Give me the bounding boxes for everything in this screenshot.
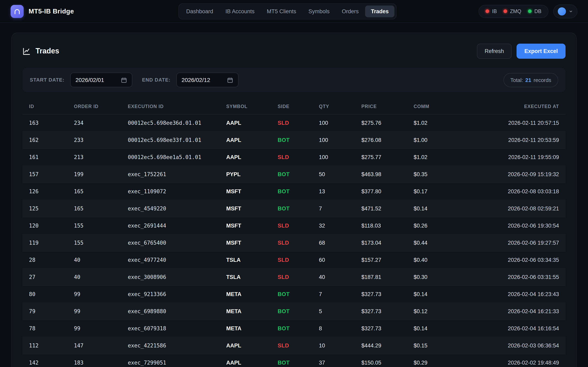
order-id-cell: 199 (67, 166, 121, 183)
qty-cell: 60 (312, 251, 355, 268)
end-date-input[interactable]: 2026/02/12 (176, 73, 238, 87)
order-id-cell: 99 (67, 286, 121, 303)
price-cell: $327.73 (355, 286, 407, 303)
executed-at-cell: 2026-02-11 19:55:09 (468, 149, 566, 166)
comm-cell: $0.15 (407, 337, 468, 354)
column-header-trade-id: ID (22, 99, 67, 114)
qty-cell: 8 (312, 320, 355, 337)
start-date-value: 2026/02/01 (76, 77, 104, 83)
trade-row: 126165exec_1109072MSFTBOT13$377.80$0.172… (22, 183, 566, 200)
status-indicator-db: DB (528, 8, 541, 14)
execution-id-cell: exec_9213366 (121, 286, 220, 303)
order-id-cell: 155 (67, 234, 121, 251)
chevron-down-icon (569, 9, 573, 13)
comm-cell: $1.02 (407, 114, 468, 132)
trade-id-cell: 163 (22, 114, 67, 132)
status-label: ZMQ (510, 8, 521, 14)
comm-cell: $0.29 (407, 354, 468, 367)
column-header-side: SIDE (271, 99, 312, 114)
price-cell: $327.73 (355, 303, 407, 320)
app-title: MT5-IB Bridge (29, 8, 74, 15)
nav-tab-dashboard[interactable]: Dashboard (181, 5, 219, 17)
trade-row: 125165exec_4549220MSFTBOT7$471.52$0.1420… (22, 200, 566, 217)
execution-id-cell: exec_2691444 (121, 217, 220, 234)
qty-cell: 10 (312, 337, 355, 354)
trade-id-cell: 142 (22, 354, 67, 367)
symbol-cell: AAPL (220, 354, 271, 367)
total-suffix: records (534, 77, 551, 83)
status-indicator-ib: IB (485, 8, 497, 14)
price-cell: $471.52 (355, 200, 407, 217)
comm-cell: $0.40 (407, 251, 468, 268)
order-id-cell: 147 (67, 337, 121, 354)
execution-id-cell: 00012ec5.698ee33f.01.01 (121, 132, 220, 149)
nav-tab-orders[interactable]: Orders (336, 5, 364, 17)
trade-row: 142183exec_7299051AAPLBOT37$150.05$0.292… (22, 354, 566, 367)
trade-id-cell: 126 (22, 183, 67, 200)
executed-at-cell: 2026-02-02 19:48:49 (468, 354, 566, 367)
column-header-comm: COMM (407, 99, 468, 114)
executed-at-cell: 2026-02-04 16:21:33 (468, 303, 566, 320)
table-body: 16323400012ec5.698ee36d.01.01AAPLSLD100$… (22, 114, 566, 367)
symbol-cell: TSLA (220, 251, 271, 268)
filter-bar: START DATE: 2026/02/01 END DATE: 2026/02… (22, 68, 566, 92)
execution-id-cell: exec_6079318 (121, 320, 220, 337)
refresh-button[interactable]: Refresh (477, 44, 512, 59)
column-header-qty: QTY (312, 99, 355, 114)
trade-id-cell: 112 (22, 337, 67, 354)
executed-at-cell: 2026-02-08 03:03:18 (468, 183, 566, 200)
price-cell: $118.03 (355, 217, 407, 234)
execution-id-cell: exec_4549220 (121, 200, 220, 217)
price-cell: $275.76 (355, 114, 407, 132)
start-date-input[interactable]: 2026/02/01 (70, 73, 132, 87)
qty-cell: 7 (312, 200, 355, 217)
calendar-icon[interactable] (227, 77, 233, 83)
side-cell: SLD (271, 217, 312, 234)
chart-line-icon (22, 47, 31, 55)
nav-tabs: DashboardIB AccountsMT5 ClientsSymbolsOr… (178, 3, 397, 19)
nav-tab-trades[interactable]: Trades (365, 5, 394, 17)
side-cell: BOT (271, 183, 312, 200)
header-actions: Refresh Export Excel (477, 44, 566, 59)
comm-cell: $0.14 (407, 286, 468, 303)
end-date-label: END DATE: (142, 77, 171, 83)
side-cell: SLD (271, 337, 312, 354)
executed-at-cell: 2026-02-04 16:16:54 (468, 320, 566, 337)
nav-tab-symbols[interactable]: Symbols (303, 5, 336, 17)
trades-card: Trades Refresh Export Excel START DATE: … (11, 33, 577, 367)
status-dot-icon (485, 9, 489, 13)
trade-id-cell: 125 (22, 200, 67, 217)
trade-row: 7999exec_6989880METABOT5$327.73$0.122026… (22, 303, 566, 320)
top-right-controls: IBZMQDB (479, 4, 577, 18)
symbol-cell: META (220, 320, 271, 337)
side-cell: SLD (271, 114, 312, 132)
status-label: IB (492, 8, 497, 14)
nav-tab-mt5-clients[interactable]: MT5 Clients (261, 5, 302, 17)
export-excel-button[interactable]: Export Excel (517, 44, 566, 59)
trade-id-cell: 119 (22, 234, 67, 251)
executed-at-cell: 2026-02-03 06:36:54 (468, 337, 566, 354)
page-title: Trades (22, 47, 59, 55)
symbol-cell: MSFT (220, 217, 271, 234)
execution-id-cell: exec_3008906 (121, 268, 220, 286)
price-cell: $327.73 (355, 320, 407, 337)
executed-at-cell: 2026-02-06 19:30:54 (468, 217, 566, 234)
comm-cell: $0.26 (407, 217, 468, 234)
side-cell: BOT (271, 132, 312, 149)
execution-id-cell: exec_4977240 (121, 251, 220, 268)
trade-row: 120155exec_2691444MSFTSLD32$118.03$0.262… (22, 217, 566, 234)
nav-tab-ib-accounts[interactable]: IB Accounts (220, 5, 260, 17)
trade-id-cell: 161 (22, 149, 67, 166)
price-cell: $463.98 (355, 166, 407, 183)
executed-at-cell: 2026-02-06 03:31:55 (468, 268, 566, 286)
total-count: 21 (525, 77, 532, 83)
comm-cell: $1.00 (407, 132, 468, 149)
user-menu-button[interactable] (553, 4, 577, 18)
executed-at-cell: 2026-02-04 16:23:43 (468, 286, 566, 303)
calendar-icon[interactable] (121, 77, 127, 83)
status-indicator-zmq: ZMQ (503, 8, 521, 14)
trade-row: 16121300012ec5.698ee1a5.01.01AAPLSLD100$… (22, 149, 566, 166)
symbol-cell: AAPL (220, 132, 271, 149)
trade-id-cell: 27 (22, 268, 67, 286)
qty-cell: 7 (312, 286, 355, 303)
